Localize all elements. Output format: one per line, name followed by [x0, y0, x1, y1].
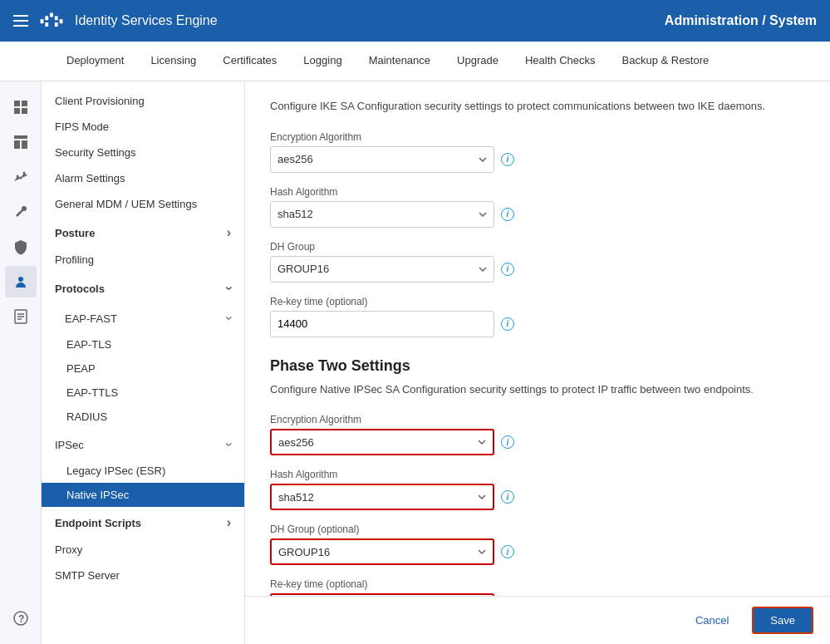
hash-algo-p2-wrapper: sha512 sha256 md5 i [270, 484, 805, 510]
nav-tab-backup-restore[interactable]: Backup & Restore [609, 42, 723, 81]
svg-rect-0 [50, 12, 53, 17]
dh-group-p2-select[interactable]: GROUP16 GROUP14 GROUP2 [270, 538, 494, 565]
left-nav-section-protocols[interactable]: Protocols [42, 273, 244, 302]
enc-algo-p2-label: Encryption Algorithm [270, 414, 805, 425]
left-nav: Client Provisioning FIPS Mode Security S… [42, 81, 245, 644]
sidebar-icon-policy[interactable] [5, 231, 37, 263]
protocols-chevron [227, 281, 231, 296]
enc-algo-p2-select[interactable]: aes256 aes128 3des [270, 429, 494, 455]
form-group-enc-algo-p2: Encryption Algorithm aes256 aes128 3des … [270, 414, 805, 455]
left-nav-section-posture[interactable]: Posture [42, 217, 244, 247]
hash-algo-p1-info[interactable]: i [501, 208, 514, 221]
phase1-description: Configure IKE SA Configuration security … [270, 98, 805, 115]
phase2-title: Phase Two Settings [270, 357, 805, 375]
svg-rect-2 [55, 16, 58, 20]
nav-tab-upgrade[interactable]: Upgrade [444, 42, 512, 81]
left-nav-smtp-server[interactable]: SMTP Server [42, 563, 244, 588]
dh-group-p2-label: DH Group (optional) [270, 524, 805, 535]
eap-fast-chevron [227, 311, 231, 326]
top-header: Identity Services Engine Administration … [0, 0, 830, 42]
form-group-hash-algo-p1: Hash Algorithm sha512 sha256 md5 i [270, 186, 805, 228]
nav-bar: Deployment Licensing Certificates Loggin… [0, 42, 830, 81]
left-nav-profiling[interactable]: Profiling [42, 247, 244, 273]
phase2-description: Configure Native IPSec SA Configuration … [270, 381, 805, 398]
left-nav-security-settings[interactable]: Security Settings [42, 140, 244, 165]
enc-algo-p2-info[interactable]: i [501, 435, 514, 449]
nav-tab-health-checks[interactable]: Health Checks [512, 42, 609, 81]
left-nav-eap-tls[interactable]: EAP-TLS [42, 332, 244, 356]
left-nav-radius[interactable]: RADIUS [42, 405, 244, 429]
dh-group-p1-info[interactable]: i [501, 263, 514, 276]
dh-group-p1-wrapper: GROUP16 GROUP14 GROUP2 i [270, 256, 805, 283]
left-nav-section-eap-fast[interactable]: EAP-FAST [42, 302, 244, 332]
posture-chevron [227, 225, 231, 240]
left-nav-proxy[interactable]: Proxy [42, 537, 244, 563]
ipsec-label: IPSec [55, 439, 84, 451]
endpoint-scripts-label: Endpoint Scripts [55, 517, 141, 529]
main-layout: ? Client Provisioning FIPS Mode Security… [0, 81, 830, 644]
svg-point-14 [16, 175, 18, 178]
enc-algo-p1-label: Encryption Algorithm [270, 131, 805, 143]
svg-point-16 [22, 172, 25, 175]
nav-tab-licensing[interactable]: Licensing [137, 42, 209, 81]
left-nav-peap[interactable]: PEAP [42, 356, 244, 381]
left-nav-fips-mode[interactable]: FIPS Mode [42, 114, 244, 140]
sidebar-icon-reports[interactable] [5, 301, 37, 332]
form-group-rekey-p2: Re-key time (optional) i [270, 578, 805, 596]
hash-algo-p1-wrapper: sha512 sha256 md5 i [270, 201, 805, 228]
protocols-label: Protocols [55, 283, 105, 295]
app-title: Identity Services Engine [75, 13, 218, 28]
rekey-p1-input[interactable] [270, 311, 494, 337]
page-breadcrumb: Administration / System [665, 13, 817, 28]
svg-rect-10 [22, 108, 27, 114]
dh-group-p1-select[interactable]: GROUP16 GROUP14 GROUP2 [270, 256, 494, 283]
rekey-p1-info[interactable]: i [501, 317, 514, 331]
hash-algo-p1-label: Hash Algorithm [270, 186, 805, 198]
svg-point-17 [18, 277, 23, 282]
svg-rect-7 [14, 101, 20, 106]
svg-rect-5 [45, 22, 48, 27]
left-nav-client-provisioning[interactable]: Client Provisioning [42, 88, 244, 114]
left-nav-alarm-settings[interactable]: Alarm Settings [42, 165, 244, 191]
dh-group-p1-label: DH Group [270, 241, 805, 253]
svg-rect-3 [41, 19, 44, 23]
nav-tab-certificates[interactable]: Certificates [209, 42, 290, 81]
left-nav-legacy-ipsec[interactable]: Legacy IPSec (ESR) [42, 459, 244, 483]
dh-group-p2-info[interactable]: i [501, 545, 514, 558]
svg-rect-13 [22, 140, 27, 149]
sidebar-icon-admin[interactable] [5, 266, 37, 297]
dh-group-p2-wrapper: GROUP16 GROUP14 GROUP2 i [270, 538, 805, 565]
nav-tab-maintenance[interactable]: Maintenance [356, 42, 444, 81]
hash-algo-p2-info[interactable]: i [501, 490, 514, 504]
save-button[interactable]: Save [752, 607, 813, 634]
left-nav-section-endpoint-scripts[interactable]: Endpoint Scripts [42, 507, 244, 537]
enc-algo-p1-wrapper: aes256 aes128 3des i [270, 146, 805, 173]
left-nav-general-mdm[interactable]: General MDM / UEM Settings [42, 191, 244, 217]
hash-algo-p2-select[interactable]: sha512 sha256 md5 [270, 484, 494, 510]
cisco-svg-icon [38, 12, 65, 29]
enc-algo-p1-info[interactable]: i [501, 153, 514, 166]
rekey-p1-wrapper: i [270, 311, 805, 337]
nav-tab-logging[interactable]: Logging [290, 42, 355, 81]
svg-rect-11 [14, 135, 27, 139]
nav-tab-deployment[interactable]: Deployment [53, 42, 137, 81]
left-nav-eap-ttls[interactable]: EAP-TTLS [42, 381, 244, 405]
svg-rect-4 [60, 19, 63, 23]
menu-icon[interactable] [13, 15, 28, 27]
sidebar-icon-dashboard[interactable] [5, 126, 37, 158]
sidebar-icon-analytics[interactable] [5, 161, 37, 193]
svg-rect-6 [55, 22, 58, 27]
sidebar-icon-tools[interactable] [5, 196, 37, 228]
cancel-button[interactable]: Cancel [682, 608, 742, 632]
svg-point-15 [19, 177, 22, 179]
sidebar-icon-help[interactable]: ? [5, 602, 37, 634]
sidebar-icon-grid[interactable] [5, 91, 37, 123]
svg-rect-1 [45, 16, 48, 20]
left-nav-section-ipsec[interactable]: IPSec [42, 429, 244, 459]
hash-algo-p1-select[interactable]: sha512 sha256 md5 [270, 201, 494, 228]
enc-algo-p1-select[interactable]: aes256 aes128 3des [270, 146, 494, 173]
left-nav-native-ipsec[interactable]: Native IPSec [42, 483, 244, 507]
rekey-p1-label: Re-key time (optional) [270, 296, 805, 307]
content-scroll: Configure IKE SA Configuration security … [245, 81, 830, 596]
ipsec-chevron [227, 437, 231, 452]
